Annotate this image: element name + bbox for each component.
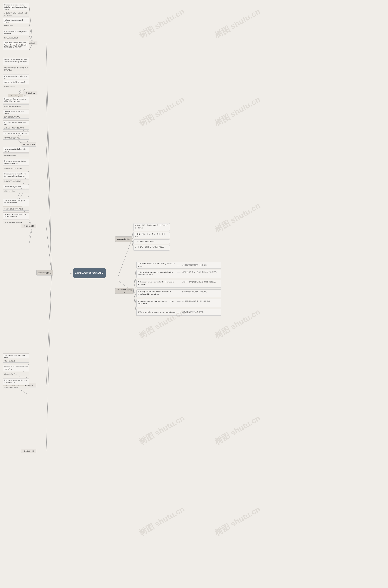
- svg-line-40: [132, 240, 133, 251]
- svg-line-38: [132, 237, 133, 240]
- watermark-4: 树图 shutu.cn: [213, 94, 262, 129]
- leaf-l14cn: 海盗首领下令将俘虏枪毙。: [3, 179, 29, 183]
- example-sep: ——: [177, 300, 180, 303]
- watermark-1: 树图 shutu.cn: [137, 6, 186, 41]
- leaf-l1: The general issued a command that all of…: [3, 3, 29, 10]
- leaf-l10en: The British once commanded the seas.: [3, 120, 29, 125]
- center-node: command的用法总结大全: [73, 268, 106, 278]
- example-4: 4. Dividing his command, Morgan assailed…: [136, 290, 221, 297]
- example-cn: 我留下一名中士指挥，自己策马前去侦察情况。: [182, 281, 220, 283]
- leaf-l14en: The pirate chief commanded that the pris…: [3, 172, 29, 178]
- leaf-l11cn: 他的才能值得我们尊重。: [3, 136, 29, 139]
- svg-line-31: [29, 227, 33, 243]
- leaf-l4: Do you know where's the United Nations C…: [3, 41, 29, 50]
- leaf-l5en: He was a natural leader, and when he com…: [3, 58, 29, 65]
- svg-line-4: [46, 93, 51, 273]
- leaf-l2cn: 他的法文很好。: [3, 24, 29, 27]
- svg-line-8: [46, 273, 51, 451]
- example-sep: ——: [177, 271, 180, 273]
- branch-yisi: command的意思: [115, 236, 132, 242]
- meaning-3: vt. 给出命令；命令；指令；: [133, 240, 170, 244]
- leaf-l5cn: 他是个天生的领袖,他一下命令,所有的人都服从。: [3, 66, 29, 71]
- leaf-l19en: The platoon leader commanded his men to …: [3, 365, 29, 371]
- example-en: 1. He had authorisation from the militar…: [138, 263, 176, 267]
- watermark-5: 树图 shutu.cn: [213, 200, 262, 235]
- example-en: 2. He didn't just command. He personally…: [138, 271, 176, 276]
- example-en: 6. The tanker failed to respond to a com…: [138, 311, 176, 313]
- leaf-l15cn: 我命令他立即走。: [3, 189, 29, 193]
- leaf-l17en: "Sit down," he commanded, "and hold out …: [3, 212, 29, 220]
- leaf-l10cn: 英国人曾一度控制过这片海域。: [3, 126, 29, 130]
- subbranch-dong: 用作动词(v.): [23, 91, 37, 95]
- example-en: 4. Dividing his command, Morgan assailed…: [138, 291, 176, 295]
- leaf-l20cn: 将将军命令部下攻城。: [3, 386, 29, 389]
- leaf-l16cn: "现在绕成圆圈," 那人命令到。: [3, 207, 29, 211]
- svg-line-39: [132, 240, 133, 244]
- svg-line-45: [133, 291, 136, 306]
- svg-line-1: [118, 240, 132, 276]
- example-2: 2. He didn't just command. He personally…: [136, 270, 221, 278]
- leaf-l12en: He commanded that all the gates be shut.: [3, 147, 29, 153]
- subbranch-yinzhi: 引出直接引语: [21, 449, 36, 453]
- example-sep: ——: [177, 311, 180, 313]
- leaf-l17cn: "坐下," 他命令道,"举起手来。": [3, 221, 29, 224]
- leaf-l15en: I command he go at once.: [3, 185, 29, 188]
- leaf-l12cn: 他命令关闭所有的大门。: [3, 154, 29, 157]
- watermark-9: 树图 shutu.cn: [213, 413, 262, 447]
- watermark-11: 树图 shutu.cn: [213, 504, 262, 538]
- leaf-l13cn: 将军命令我们立即发起进攻。: [3, 167, 29, 170]
- example-cn: 他得到军事指挥部授权，准备反击。: [182, 264, 220, 267]
- svg-line-46: [133, 291, 136, 316]
- example-6: 6. The tanker failed to respond to a com…: [136, 309, 221, 316]
- example-1: 1. He had authorisation from the militar…: [136, 262, 221, 268]
- leaf-l9en: I advised him to command his temper.: [3, 109, 29, 114]
- svg-line-3: [46, 43, 51, 273]
- leaf-l7en: You have no right to command.: [3, 80, 29, 84]
- leaf-l3: The army is under the king's direct comm…: [3, 30, 29, 35]
- leaf-l16en: "Get down around the ring now," the man …: [3, 199, 29, 206]
- leaf-l3cn: 军队由国王直接统帅。: [3, 36, 29, 40]
- leaf-l1cn: 将军颁布了一道命令,所有的人都要在六点钟到。: [3, 11, 29, 17]
- svg-line-37: [132, 228, 133, 240]
- svg-line-10: [29, 24, 33, 43]
- leaf-l20en: The general commanded his men to attack …: [3, 378, 29, 385]
- example-sep: ——: [177, 281, 180, 283]
- leaf-l13en: The general commanded that we should att…: [3, 159, 29, 166]
- svg-line-41: [133, 266, 136, 291]
- example-en: 3. I left a sergeant in command and rode…: [138, 281, 176, 286]
- leaf-l8cn: 舰长统率舰上的全体官兵。: [3, 104, 29, 108]
- leaf-l2: He has a good command of French.: [3, 18, 29, 23]
- example-3: 3. I left a sergeant in command and rode…: [136, 280, 221, 288]
- leaf-l19cn: 排长命令战士开火。: [3, 372, 29, 376]
- leaf-l9cn: 我劝他控制自己的脾气。: [3, 115, 29, 119]
- subbranch-jiwu: 用作及物动词: [21, 224, 36, 228]
- branch-liju: command的用法例句: [115, 288, 133, 294]
- subbranch-budongci: 用作不及物动词: [21, 142, 36, 147]
- example-5: 5. They command the respect and obedienc…: [136, 299, 221, 307]
- example-cn: 他不仅仅发号命令，还身先士卒参加了几次激战。: [182, 271, 220, 273]
- meaning-4: adj. 指挥的、倾重命令（或要求）而作的；: [133, 245, 170, 251]
- meaning-1: n. 命令、指挥、司令部、瞭望哩、指挥官指挥令、控制力: [133, 223, 170, 231]
- leaf-l8en: The captain of a ship commands all the o…: [3, 97, 29, 104]
- svg-line-6: [46, 227, 51, 273]
- watermark-3: 树图 shutu.cn: [137, 94, 186, 129]
- example-en: 5. They command the respect and obedienc…: [138, 300, 176, 305]
- watermark-8: 树图 shutu.cn: [137, 413, 186, 447]
- example-sep: ——: [177, 291, 180, 293]
- example-cn: 摩根派遣部队同时袭击了两个据点。: [182, 291, 220, 293]
- mind-map-canvas: command的用法总结大全 command的用法 command的意思 com…: [0, 0, 388, 588]
- leaf-l6en: Who commands here?这里由谁指挥?: [3, 74, 29, 79]
- leaf-l7cn: 你没有权利指挥。: [3, 85, 29, 88]
- svg-line-7: [46, 273, 51, 386]
- svg-line-5: [46, 145, 51, 273]
- svg-line-9: [29, 7, 33, 43]
- leaf-l11en: His abilities command our respect.: [3, 131, 29, 135]
- svg-line-43: [133, 286, 136, 291]
- svg-line-42: [133, 275, 136, 291]
- watermark-10: 树图 shutu.cn: [137, 504, 186, 538]
- leaf-l18en: He commanded the soldiers to attack.: [3, 353, 29, 358]
- meaning-2: vi. 指挥、控制、管令、命令；应得、值得；值得: [133, 232, 170, 238]
- branch-yongfa: command的用法: [36, 270, 53, 275]
- watermark-2: 树图 shutu.cn: [213, 6, 262, 41]
- example-sep: ——: [177, 264, 180, 267]
